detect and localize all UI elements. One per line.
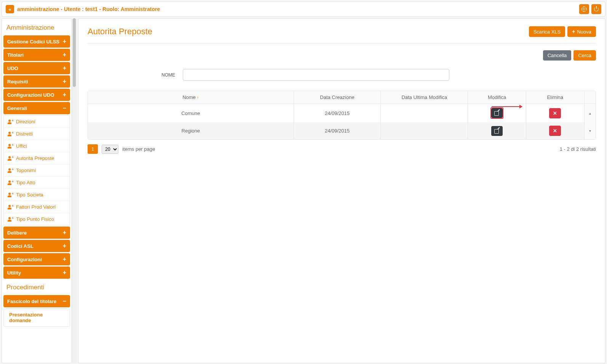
- main-content: Autorita Preposte Scarica XLS + Nuova Ca…: [78, 18, 605, 363]
- sidebar-item-gestione-codici-ulss[interactable]: Gestione Codici ULSS +: [3, 35, 70, 48]
- sidebar-item-codici-asl[interactable]: Codici ASL +: [3, 240, 70, 252]
- cell-delete: ✕: [526, 104, 584, 123]
- menu-label: Requisiti: [7, 79, 28, 85]
- filter-nome-input[interactable]: [183, 69, 449, 81]
- submenu-generali: +Direzioni +Distretti +Uffici +Autorita …: [3, 115, 70, 225]
- topbar-left: « amministrazione - Utente : test1 - Ruo…: [6, 5, 160, 13]
- submenu-tipo-societa[interactable]: +Tipo Societa: [4, 189, 70, 201]
- header-buttons: Scarica XLS + Nuova: [529, 26, 596, 37]
- new-button[interactable]: + Nuova: [567, 26, 596, 37]
- menu-label: Codici ASL: [7, 243, 34, 249]
- sidebar-section-amministrazione: Amministrazione: [3, 20, 70, 35]
- table-scroll-header: [584, 91, 596, 104]
- search-button[interactable]: Cerca: [573, 50, 596, 61]
- topbar: « amministrazione - Utente : test1 - Ruo…: [2, 2, 605, 17]
- filter-form: NOME: [88, 69, 596, 81]
- plus-icon: +: [63, 256, 66, 262]
- col-data-ultima-modifica[interactable]: Data Ultima Modifica: [381, 91, 468, 104]
- menu-label: Configurazioni UDO: [7, 92, 54, 98]
- user-icon: +: [8, 120, 13, 124]
- table-header-row: Nome↑ Data Creazione Data Ultima Modific…: [88, 91, 596, 104]
- sort-asc-icon: ↑: [197, 95, 199, 100]
- scrollbar-thumb[interactable]: [73, 18, 76, 87]
- col-elimina: Elimina: [526, 91, 584, 104]
- sidebar-item-utility[interactable]: Utility +: [3, 267, 70, 279]
- menu-label: Titolari: [7, 52, 24, 58]
- sidebar-item-requisiti[interactable]: Requisiti +: [3, 75, 70, 88]
- edit-button[interactable]: [491, 108, 503, 118]
- submenu-tipo-punto-fisico[interactable]: +Tipo Punto Fisico: [4, 213, 70, 225]
- sidebar-item-generali[interactable]: Generali –: [3, 102, 70, 114]
- sidebar-item-configurazioni[interactable]: Configurazioni +: [3, 253, 70, 265]
- menu-label: Generali: [7, 105, 27, 111]
- table-row: Regione 24/09/2015 ✕ ▾: [88, 122, 596, 139]
- results-summary: 1 - 2 di 2 risultati: [560, 146, 596, 152]
- menu-label: Fascicolo del titolare: [7, 299, 56, 304]
- submenu-label: Tipo Punto Fisico: [16, 216, 54, 222]
- delete-button[interactable]: ✕: [549, 108, 561, 118]
- chevron-down-icon: ▾: [588, 129, 592, 133]
- submenu-label: Tipo Societa: [16, 192, 43, 198]
- submenu-label: Presentazione domande: [9, 312, 66, 323]
- filter-nome-label: NOME: [152, 72, 175, 78]
- submenu-direzioni[interactable]: +Direzioni: [4, 116, 70, 128]
- submenu-autorita-preposte[interactable]: +Autorita Preposte: [4, 152, 70, 164]
- menu-label: Gestione Codici ULSS: [7, 39, 59, 45]
- sidebar-item-delibere[interactable]: Delibere +: [3, 227, 70, 239]
- submenu-presentazione-domande[interactable]: Presentazione domande: [4, 309, 70, 326]
- user-icon: +: [8, 180, 13, 185]
- pager: 1 20 items per page 1 - 2 di 2 risultati: [88, 144, 596, 154]
- submenu-tipo-atto[interactable]: +Tipo Atto: [4, 177, 70, 189]
- menu-label: UDO: [7, 65, 18, 71]
- user-icon: +: [8, 156, 13, 161]
- annotation-arrow: [492, 106, 522, 107]
- power-icon: [594, 7, 599, 11]
- page-size-label: items per page: [122, 146, 155, 152]
- edit-button[interactable]: [491, 126, 503, 136]
- cell-creazione: 24/09/2015: [294, 104, 381, 123]
- submenu-label: Distretti: [16, 131, 33, 137]
- submenu-uffici[interactable]: +Uffici: [4, 140, 70, 152]
- submenu-label: Direzioni: [16, 119, 35, 125]
- cell-modifica: [381, 122, 468, 139]
- submenu-distretti[interactable]: +Distretti: [4, 128, 70, 140]
- plus-icon: +: [63, 65, 66, 71]
- user-icon: +: [8, 144, 13, 148]
- current-page[interactable]: 1: [88, 144, 98, 154]
- page-size-select[interactable]: 20: [102, 145, 118, 154]
- cancel-button[interactable]: Cancella: [543, 50, 572, 61]
- cell-delete: ✕: [526, 122, 584, 139]
- col-nome[interactable]: Nome↑: [88, 91, 294, 104]
- sidebar-item-configurazioni-udo[interactable]: Configurazioni UDO +: [3, 89, 70, 101]
- submenu-label: Uffici: [16, 143, 27, 149]
- cell-modifica: [381, 104, 468, 123]
- user-icon: +: [8, 193, 13, 197]
- sidebar-scrollbar[interactable]: [72, 18, 77, 363]
- topbar-right: [579, 4, 601, 14]
- page-header: Autorita Preposte Scarica XLS + Nuova: [88, 26, 596, 43]
- menu-label: Configurazioni: [7, 257, 42, 262]
- edit-icon: [494, 128, 500, 134]
- chevron-up-icon: ▴: [588, 111, 592, 115]
- download-xls-button[interactable]: Scarica XLS: [529, 26, 565, 37]
- cell-nome: Comune: [88, 104, 294, 123]
- app-title: amministrazione - Utente : test1 - Ruolo…: [17, 6, 160, 12]
- col-data-creazione[interactable]: Data Creazione: [294, 91, 381, 104]
- plus-icon: +: [63, 92, 66, 98]
- delete-button[interactable]: ✕: [549, 126, 561, 136]
- minus-icon: –: [63, 298, 66, 304]
- cell-nome: Regione: [88, 122, 294, 139]
- menu-label: Utility: [7, 270, 21, 276]
- submenu-toponimi[interactable]: +Toponimi: [4, 164, 70, 177]
- submenu-fattori-prod-valori[interactable]: +Fattori Prod Valori: [4, 201, 70, 213]
- scroll-up[interactable]: ▴: [584, 104, 596, 123]
- logout-button[interactable]: [591, 4, 601, 14]
- sidebar-collapse-button[interactable]: «: [6, 5, 14, 13]
- language-button[interactable]: [579, 4, 589, 14]
- sidebar-item-udo[interactable]: UDO +: [3, 62, 70, 74]
- user-icon: +: [8, 168, 13, 173]
- plus-icon: +: [63, 78, 66, 85]
- sidebar-item-titolari[interactable]: Titolari +: [3, 49, 70, 61]
- sidebar-item-fascicolo-titolare[interactable]: Fascicolo del titolare –: [3, 295, 70, 307]
- scroll-down[interactable]: ▾: [584, 122, 596, 139]
